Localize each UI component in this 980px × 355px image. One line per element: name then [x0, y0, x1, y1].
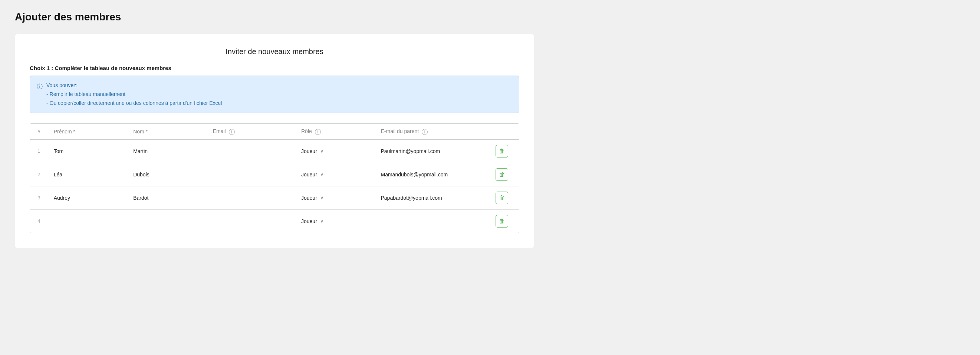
cell-delete[interactable]: 🗑: [490, 209, 519, 233]
table-row: 1 Joueur ∨ 🗑: [30, 139, 519, 163]
info-line-3: - Ou copier/coller directement une ou de…: [46, 100, 222, 106]
col-header-prenom: Prénom *: [48, 124, 127, 139]
info-line-1: Vous pouvez:: [46, 82, 78, 88]
chevron-down-icon: ∨: [320, 195, 324, 200]
delete-button[interactable]: 🗑: [496, 215, 508, 228]
cell-nom[interactable]: [127, 209, 207, 233]
cell-role[interactable]: Joueur ∨: [295, 139, 375, 163]
email-input[interactable]: [213, 195, 290, 201]
cell-nom[interactable]: [127, 186, 207, 209]
delete-button[interactable]: 🗑: [496, 168, 508, 181]
prenom-input[interactable]: [54, 148, 122, 154]
info-box: ⓘ Vous pouvez: - Remplir le tableau manu…: [30, 76, 519, 113]
email-input[interactable]: [213, 171, 290, 178]
subsection-heading: Choix 1 : Compléter le tableau de nouvea…: [30, 65, 519, 71]
col-header-nom: Nom *: [127, 124, 207, 139]
table-row: 2 Joueur ∨ 🗑: [30, 163, 519, 186]
cell-prenom[interactable]: [48, 139, 127, 163]
role-info-icon: i: [315, 129, 321, 135]
cell-role[interactable]: Joueur ∨: [295, 163, 375, 186]
cell-email[interactable]: [207, 139, 295, 163]
cell-parent-email[interactable]: [375, 163, 490, 186]
parent-email-info-icon: i: [422, 129, 428, 135]
email-info-icon: i: [229, 129, 235, 135]
members-table: # Prénom * Nom * Email i Rôle i E-mail d…: [30, 124, 519, 232]
cell-row-num: 1: [30, 139, 48, 163]
cell-row-num: 4: [30, 209, 48, 233]
parent-email-input[interactable]: [380, 171, 484, 178]
info-line-2: - Remplir le tableau manuellement: [46, 91, 126, 97]
cell-delete[interactable]: 🗑: [490, 186, 519, 209]
email-input[interactable]: [213, 148, 290, 154]
prenom-input[interactable]: [54, 171, 122, 178]
main-card: Inviter de nouveaux membres Choix 1 : Co…: [15, 34, 534, 248]
cell-role[interactable]: Joueur ∨: [295, 209, 375, 233]
role-value: Joueur: [301, 195, 317, 201]
info-box-text: Vous pouvez: - Remplir le tableau manuel…: [46, 81, 222, 108]
cell-email[interactable]: [207, 209, 295, 233]
col-header-parent-email: E-mail du parent i: [375, 124, 490, 139]
members-table-wrapper: # Prénom * Nom * Email i Rôle i E-mail d…: [30, 124, 519, 233]
parent-email-input[interactable]: [380, 195, 484, 201]
col-header-role: Rôle i: [295, 124, 375, 139]
chevron-down-icon: ∨: [320, 148, 324, 154]
page-title: Ajouter des membres: [15, 11, 965, 23]
nom-input[interactable]: [133, 195, 201, 201]
cell-prenom[interactable]: [48, 209, 127, 233]
table-row: 4 Joueur ∨ 🗑: [30, 209, 519, 233]
cell-parent-email[interactable]: [375, 139, 490, 163]
email-input[interactable]: [213, 218, 290, 224]
cell-email[interactable]: [207, 163, 295, 186]
col-header-email: Email i: [207, 124, 295, 139]
cell-row-num: 2: [30, 163, 48, 186]
cell-prenom[interactable]: [48, 163, 127, 186]
delete-button[interactable]: 🗑: [496, 145, 508, 157]
delete-button[interactable]: 🗑: [496, 192, 508, 204]
cell-nom[interactable]: [127, 163, 207, 186]
role-value: Joueur: [301, 171, 317, 178]
nom-input[interactable]: [133, 148, 201, 154]
info-icon: ⓘ: [37, 81, 43, 92]
cell-role[interactable]: Joueur ∨: [295, 186, 375, 209]
col-header-action: [490, 124, 519, 139]
col-header-hash: #: [30, 124, 48, 139]
chevron-down-icon: ∨: [320, 218, 324, 224]
parent-email-input[interactable]: [380, 148, 484, 154]
prenom-input[interactable]: [54, 218, 122, 224]
cell-email[interactable]: [207, 186, 295, 209]
prenom-input[interactable]: [54, 195, 122, 201]
cell-parent-email[interactable]: [375, 209, 490, 233]
nom-input[interactable]: [133, 218, 201, 224]
role-value: Joueur: [301, 218, 317, 224]
cell-nom[interactable]: [127, 139, 207, 163]
section-heading: Inviter de nouveaux membres: [30, 48, 519, 56]
cell-parent-email[interactable]: [375, 186, 490, 209]
chevron-down-icon: ∨: [320, 171, 324, 177]
table-row: 3 Joueur ∨ 🗑: [30, 186, 519, 209]
cell-delete[interactable]: 🗑: [490, 163, 519, 186]
parent-email-input[interactable]: [380, 218, 484, 224]
cell-delete[interactable]: 🗑: [490, 139, 519, 163]
cell-prenom[interactable]: [48, 186, 127, 209]
nom-input[interactable]: [133, 171, 201, 178]
role-value: Joueur: [301, 148, 317, 154]
cell-row-num: 3: [30, 186, 48, 209]
